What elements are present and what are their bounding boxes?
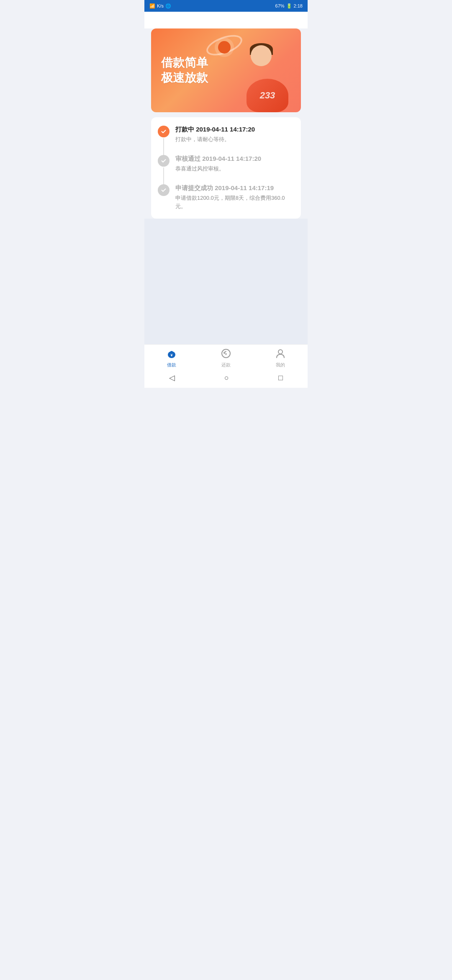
- character-illustration: 233: [234, 41, 293, 112]
- repay-icon: ¥: [221, 348, 231, 361]
- timeline-item-submitted: 申请提交成功 2019-04-11 14:17:19 申请借款1200.0元，期…: [158, 184, 294, 210]
- banner-title: 借款简单 极速放款: [161, 55, 208, 86]
- timeline-left-submitted: [158, 184, 170, 196]
- timeline-desc-paying: 打款中，请耐心等待。: [175, 135, 294, 144]
- timeline-icon-paying: [158, 126, 170, 137]
- timeline-line-1: [163, 138, 164, 155]
- promo-banner: 借款简单 极速放款 233: [151, 28, 301, 112]
- nav-label-repay: 还款: [221, 362, 231, 368]
- nav-item-repay[interactable]: ¥ 还款: [221, 348, 231, 368]
- battery-percent: 67%: [275, 3, 285, 8]
- home-button[interactable]: ○: [224, 374, 229, 382]
- planet-decoration: [218, 41, 231, 54]
- nav-item-mine[interactable]: 我的: [275, 348, 286, 368]
- rocket-illustration: 233: [247, 79, 288, 112]
- timeline-desc-approved: 恭喜通过风控审核。: [175, 165, 294, 173]
- loan-icon: ¥: [166, 348, 177, 361]
- timeline-icon-submitted: [158, 184, 170, 196]
- battery-icon: 🔋: [286, 3, 292, 9]
- globe-icon: 🌐: [165, 3, 171, 9]
- timeline-item-paying: 打款中 2019-04-11 14:17:20 打款中，请耐心等待。: [158, 126, 294, 155]
- mine-icon: [275, 348, 286, 361]
- network-speed: K/s: [157, 3, 164, 8]
- timeline-desc-submitted: 申请借款1200.0元，期限8天，综合费用360.0元。: [175, 194, 294, 210]
- timeline-section: 打款中 2019-04-11 14:17:20 打款中，请耐心等待。 审核通过 …: [151, 117, 301, 219]
- back-button[interactable]: ◁: [169, 373, 175, 382]
- svg-point-5: [278, 350, 282, 354]
- status-left: 📶 K/s 🌐: [149, 3, 171, 9]
- system-nav: ◁ ○ □: [144, 371, 308, 388]
- timeline-title-paying: 打款中 2019-04-11 14:17:20: [175, 126, 294, 134]
- timeline-content-approved: 审核通过 2019-04-11 14:17:20 恭喜通过风控审核。: [175, 155, 294, 183]
- empty-content-area: [144, 219, 308, 344]
- nav-item-loan[interactable]: ¥ 借款: [166, 348, 177, 368]
- timeline-item-approved: 审核通过 2019-04-11 14:17:20 恭喜通过风控审核。: [158, 155, 294, 184]
- char-head: [251, 45, 272, 66]
- timeline-left-paying: [158, 126, 170, 155]
- timeline-left-approved: [158, 155, 170, 184]
- timeline-content-submitted: 申请提交成功 2019-04-11 14:17:19 申请借款1200.0元，期…: [175, 184, 294, 210]
- signal-icon: 📶: [149, 3, 155, 9]
- recent-button[interactable]: □: [278, 374, 283, 382]
- svg-text:¥: ¥: [170, 353, 172, 357]
- nav-label-loan: 借款: [167, 362, 176, 368]
- timeline-title-approved: 审核通过 2019-04-11 14:17:20: [175, 155, 294, 163]
- bottom-nav: ¥ 借款 ¥ 还款 我的: [144, 344, 308, 371]
- banner-text: 借款简单 极速放款: [151, 45, 218, 96]
- timeline-line-2: [163, 168, 164, 184]
- clock: 2:18: [294, 3, 303, 8]
- nav-label-mine: 我的: [276, 362, 285, 368]
- timeline-content-paying: 打款中 2019-04-11 14:17:20 打款中，请耐心等待。: [175, 126, 294, 154]
- status-bar: 📶 K/s 🌐 67% 🔋 2:18: [144, 0, 308, 12]
- header-spacer: [144, 12, 308, 28]
- timeline-icon-approved: [158, 155, 170, 167]
- timeline-title-submitted: 申请提交成功 2019-04-11 14:17:19: [175, 184, 294, 192]
- status-right: 67% 🔋 2:18: [275, 3, 303, 9]
